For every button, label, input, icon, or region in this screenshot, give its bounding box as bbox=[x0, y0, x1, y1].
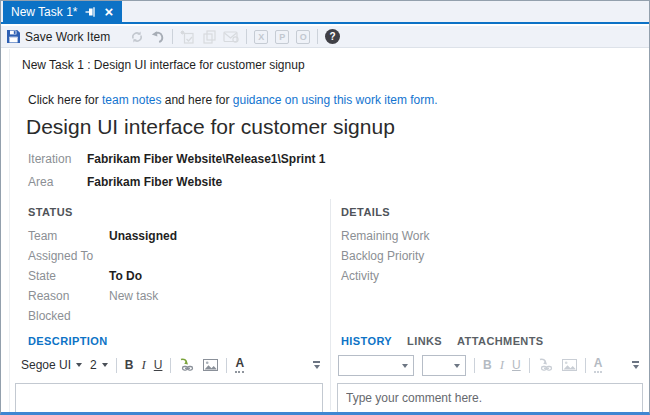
font-size-value: 2 bbox=[90, 358, 97, 372]
area-value[interactable]: Fabrikam Fiber Website bbox=[87, 175, 222, 189]
tab-new-task[interactable]: New Task 1* × bbox=[3, 1, 122, 22]
team-value[interactable]: Unassigned bbox=[109, 229, 177, 243]
team-notes-link[interactable]: team notes bbox=[102, 93, 161, 107]
work-item-form: New Task 1 : Design UI interface for cus… bbox=[1, 49, 649, 412]
tab-strip: New Task 1* × bbox=[1, 1, 649, 24]
font-family-dropdown[interactable]: Segoe UI bbox=[21, 358, 82, 372]
column-divider bbox=[330, 199, 331, 410]
work-item-header-text: New Task 1 : Design UI interface for cus… bbox=[22, 58, 305, 72]
tab-title: New Task 1* bbox=[11, 5, 77, 19]
font-color-icon-disabled: A bbox=[594, 357, 603, 372]
left-gutter-line bbox=[9, 49, 10, 412]
comment-input[interactable] bbox=[337, 383, 643, 413]
history-font-size-combo[interactable] bbox=[422, 355, 466, 376]
italic-button[interactable]: I bbox=[141, 357, 145, 373]
save-icon bbox=[7, 30, 20, 43]
undo-icon[interactable] bbox=[151, 30, 165, 44]
team-label: Team bbox=[28, 229, 57, 243]
font-family-value: Segoe UI bbox=[21, 358, 71, 372]
chevron-down-icon bbox=[76, 363, 82, 367]
details-section-header: DETAILS bbox=[341, 206, 390, 218]
insert-image-icon[interactable] bbox=[203, 359, 218, 371]
history-format-toolbar: B I U A bbox=[338, 352, 643, 378]
iteration-value[interactable]: Fabrikam Fiber Website\Release1\Sprint 1 bbox=[87, 152, 326, 166]
insert-link-icon-disabled bbox=[538, 358, 554, 372]
bold-button-disabled: B bbox=[483, 358, 492, 372]
description-editor[interactable] bbox=[15, 383, 323, 413]
team-notes-line: Click here for team notes and here for g… bbox=[28, 93, 438, 107]
close-icon[interactable]: × bbox=[104, 4, 113, 19]
assigned-to-label: Assigned To bbox=[28, 249, 93, 263]
history-tab-strip: HISTORY LINKS ATTACHMENTS bbox=[341, 335, 544, 347]
toolbar-separator bbox=[529, 358, 530, 373]
toolbar-separator bbox=[585, 358, 586, 373]
toolbar-separator bbox=[317, 29, 318, 44]
blocked-label: Blocked bbox=[28, 309, 71, 323]
toolbar-overflow-icon[interactable] bbox=[632, 361, 639, 369]
main-toolbar: Save Work Item X P O ? bbox=[1, 26, 649, 48]
work-item-title[interactable]: Design UI interface for customer signup bbox=[26, 115, 395, 139]
underline-button[interactable]: U bbox=[154, 358, 163, 372]
reason-value[interactable]: New task bbox=[109, 289, 158, 303]
font-size-dropdown[interactable]: 2 bbox=[90, 358, 108, 372]
state-value[interactable]: To Do bbox=[109, 269, 142, 283]
toolbar-separator bbox=[172, 29, 173, 44]
toolbar-separator bbox=[116, 358, 117, 373]
notes-prefix: Click here for bbox=[28, 93, 102, 107]
tab-history[interactable]: HISTORY bbox=[341, 335, 392, 347]
insert-link-icon[interactable] bbox=[179, 358, 195, 372]
toolbar-separator bbox=[170, 358, 171, 373]
toolbar-overflow-icon[interactable] bbox=[313, 361, 320, 369]
iteration-label: Iteration bbox=[28, 152, 71, 166]
work-item-window: New Task 1* × Save Work Item bbox=[0, 0, 650, 415]
italic-button-disabled: I bbox=[500, 357, 504, 373]
chevron-down-icon bbox=[402, 364, 408, 368]
chevron-down-icon bbox=[102, 363, 108, 367]
save-work-item-button[interactable]: Save Work Item bbox=[7, 30, 110, 44]
backlog-priority-label: Backlog Priority bbox=[341, 249, 424, 263]
reason-label: Reason bbox=[28, 289, 69, 303]
toolbar-separator bbox=[246, 29, 247, 44]
email-work-item-icon[interactable] bbox=[223, 30, 239, 43]
notes-middle: and here for bbox=[161, 93, 232, 107]
insert-image-icon-disabled bbox=[562, 359, 577, 371]
refresh-icon[interactable] bbox=[130, 30, 144, 44]
font-color-icon[interactable]: A bbox=[235, 357, 244, 372]
area-label: Area bbox=[28, 175, 53, 189]
status-section-header: STATUS bbox=[28, 206, 73, 218]
save-button-label: Save Work Item bbox=[25, 30, 110, 44]
chevron-down-icon bbox=[454, 364, 460, 368]
new-linked-work-item-icon[interactable] bbox=[180, 30, 195, 44]
open-in-excel-icon[interactable]: X bbox=[254, 30, 268, 44]
toolbar-separator bbox=[226, 358, 227, 373]
tab-links[interactable]: LINKS bbox=[407, 335, 442, 347]
guidance-link[interactable]: guidance on using this work item form. bbox=[233, 93, 438, 107]
history-font-family-combo[interactable] bbox=[338, 355, 414, 376]
bold-button[interactable]: B bbox=[125, 358, 134, 372]
underline-button-disabled: U bbox=[512, 358, 521, 372]
copy-work-item-icon[interactable] bbox=[202, 30, 216, 44]
remaining-work-label: Remaining Work bbox=[341, 229, 429, 243]
state-label: State bbox=[28, 269, 56, 283]
open-in-project-icon[interactable]: P bbox=[275, 30, 289, 44]
tab-attachments[interactable]: ATTACHMENTS bbox=[457, 335, 543, 347]
description-format-toolbar: Segoe UI 2 B I U A bbox=[21, 352, 324, 378]
pin-icon[interactable] bbox=[85, 6, 96, 18]
help-icon[interactable]: ? bbox=[325, 29, 340, 44]
description-section-header: DESCRIPTION bbox=[28, 335, 108, 347]
toolbar-separator bbox=[474, 358, 475, 373]
open-in-outlook-icon[interactable]: O bbox=[296, 30, 310, 44]
activity-label: Activity bbox=[341, 269, 379, 283]
